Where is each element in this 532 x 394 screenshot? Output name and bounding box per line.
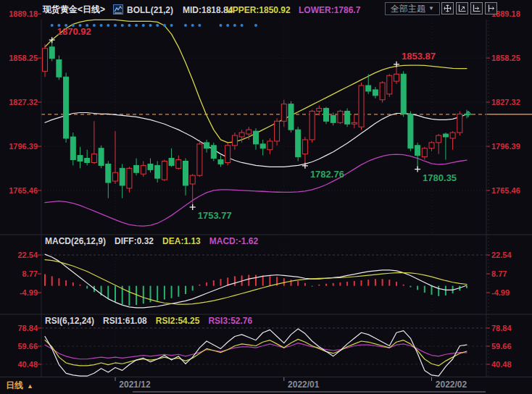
x-axis-date-label: 2022/01 xyxy=(278,380,329,390)
x-axis-date-label: 2021/12 xyxy=(109,380,160,390)
y-axis-label-right: 22.54 xyxy=(491,250,512,260)
theme-dropdown-button[interactable]: 全部主题 ▼ xyxy=(385,2,440,15)
y-axis-label-right: 1858.25 xyxy=(491,53,520,63)
macd-diff-value: DIFF:0.32 xyxy=(115,236,154,246)
crosshair-tool-button[interactable] xyxy=(441,2,454,14)
crosshair-icon xyxy=(444,4,452,12)
svg-text:1853.87: 1853.87 xyxy=(402,51,436,62)
y-axis-label-right: 40.48 xyxy=(491,359,512,369)
theme-dropdown-label: 全部主题 xyxy=(391,3,425,14)
y-axis-label-left: 1765.46 xyxy=(1,185,38,196)
macd-pane-header: MACD(26,12,9) DIFF:0.32 DEA:1.13 MACD:-1… xyxy=(45,236,258,246)
zoom-axis-right-button[interactable] xyxy=(470,2,483,14)
boll-lower-value: LOWER:1786.7 xyxy=(299,5,360,15)
y-axis-label-left: 1796.39 xyxy=(1,141,38,151)
pan-right-button[interactable] xyxy=(485,2,497,14)
macd-indicator-label: MACD(26,12,9) xyxy=(45,236,106,246)
y-axis-label-right: -4.99 xyxy=(491,288,510,298)
chart-toolbar xyxy=(441,2,497,14)
rsi2-value: RSI2:54.25 xyxy=(156,316,200,326)
triangle-up-icon: ▲ xyxy=(27,382,33,390)
rsi-pane-header: RSI(6,12,24) RSI1:61.08 RSI2:54.25 RSI3:… xyxy=(45,316,252,326)
chevron-down-icon: ▼ xyxy=(428,3,434,14)
period-selector[interactable]: 日线 ▲ xyxy=(6,380,33,392)
y-axis-label-left: 59.66 xyxy=(1,341,38,351)
y-axis-label-right: 78.84 xyxy=(491,323,512,333)
y-axis-label-right: 8.77 xyxy=(491,269,507,279)
rsi1-value: RSI1:61.08 xyxy=(103,316,147,326)
y-axis-label-right: 59.66 xyxy=(491,341,512,351)
svg-text:1753.77: 1753.77 xyxy=(198,210,232,221)
bracket-arrow-right-icon xyxy=(487,4,495,12)
y-axis-label-right: 1765.46 xyxy=(491,185,520,196)
y-axis-label-left: 78.84 xyxy=(1,323,38,333)
period-label: 日线 xyxy=(6,380,23,392)
boll-indicator-label: BOLL(21,2) xyxy=(127,5,173,15)
y-axis-label-left: 40.48 xyxy=(1,359,38,369)
macd-macd-value: MACD:-1.62 xyxy=(209,236,258,246)
zoom-axis-up-button[interactable] xyxy=(456,2,468,14)
chart-window: 现货黄金<日线> BOLL(21,2) MID:1818.84 UPPER:18… xyxy=(0,0,532,394)
axis-arrow-up-icon xyxy=(458,4,466,12)
svg-text:1780.35: 1780.35 xyxy=(423,172,457,183)
x-axis-date-label: 2022/02 xyxy=(426,380,477,390)
macd-dea-value: DEA:1.13 xyxy=(162,236,201,246)
y-axis-label-left: -4.99 xyxy=(1,288,38,298)
chart-canvas[interactable]: 1870.921753.771782.761853.871780.35 xyxy=(0,0,532,394)
y-axis-label-left: 22.54 xyxy=(1,250,38,260)
rsi-indicator-label: RSI(6,12,24) xyxy=(45,316,94,326)
y-axis-label-left: 8.77 xyxy=(1,269,38,279)
y-axis-label-right: 1796.39 xyxy=(491,141,520,151)
axis-arrow-right-icon xyxy=(473,4,481,12)
svg-text:1870.92: 1870.92 xyxy=(57,26,91,37)
y-axis-label-left: 1858.25 xyxy=(1,53,38,63)
boll-upper-value: UPPER:1850.92 xyxy=(226,5,291,15)
indicator-chart-icon[interactable] xyxy=(113,4,123,14)
header-bar: 现货黄金<日线> BOLL(21,2) MID:1818.84 UPPER:18… xyxy=(0,0,532,20)
rsi3-value: RSI3:52.76 xyxy=(208,316,252,326)
symbol-title: 现货黄金<日线> xyxy=(43,4,105,16)
y-axis-label-right: 1827.32 xyxy=(491,97,520,107)
time-axis-bar: 日线 ▲ 2021/122022/012022/02 xyxy=(0,377,532,394)
boll-mid-value: MID:1818.84 xyxy=(183,5,233,15)
y-axis-label-left: 1827.32 xyxy=(1,97,38,107)
svg-text:1782.76: 1782.76 xyxy=(310,169,344,180)
